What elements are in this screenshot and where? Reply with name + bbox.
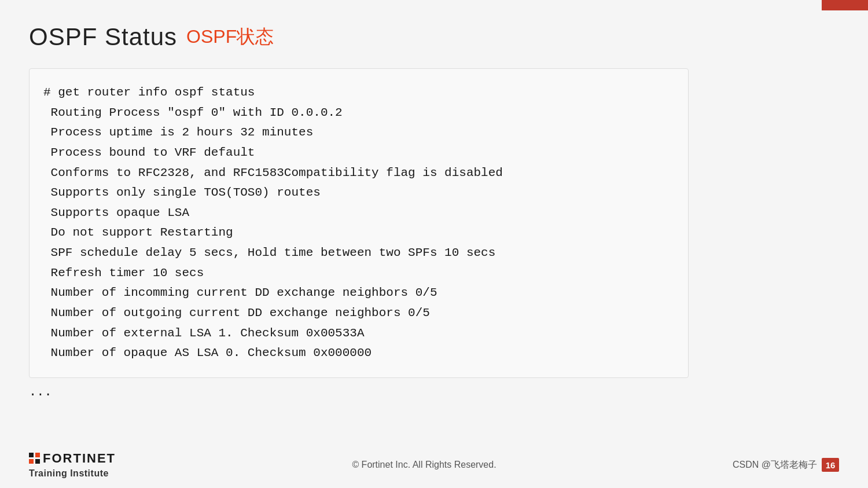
page-number-badge: 16 — [822, 458, 839, 472]
code-line-0: # get router info ospf status — [43, 83, 672, 103]
code-line-3: Process bound to VRF default — [43, 143, 672, 163]
footer-copyright: © Fortinet Inc. All Rights Reserved. — [352, 460, 496, 470]
code-line-13: Number of opaque AS LSA 0. Checksum 0x00… — [43, 343, 672, 364]
title-chinese: OSPF状态 — [186, 24, 274, 50]
training-institute-label: Training Institute — [29, 468, 116, 479]
code-line-5: Supports only single TOS(TOS0) routes — [43, 183, 672, 203]
code-line-1: Routing Process "ospf 0" with ID 0.0.0.2 — [43, 103, 672, 123]
footer-left: FORTINET Training Institute — [29, 451, 116, 479]
code-line-9: Refresh timer 10 secs — [43, 263, 672, 284]
code-line-7: Do not support Restarting — [43, 223, 672, 243]
code-block: # get router info ospf status Routing Pr… — [29, 68, 689, 378]
code-ellipsis: ... — [29, 385, 839, 399]
logo-squares-icon — [29, 453, 41, 464]
footer-right: CSDN @飞塔老梅子 16 — [733, 458, 839, 472]
code-line-6: Supports opaque LSA — [43, 203, 672, 223]
fortinet-logo: FORTINET — [29, 451, 116, 466]
top-bar-decoration — [822, 0, 868, 10]
code-lines: # get router info ospf status Routing Pr… — [43, 83, 672, 364]
page-content: OSPF Status OSPF状态 # get router info osp… — [0, 0, 868, 417]
code-line-8: SPF schedule delay 5 secs, Hold time bet… — [43, 243, 672, 263]
logo-sq-2 — [35, 453, 40, 457]
logo-sq-3 — [29, 459, 34, 464]
logo-text: FORTINET — [43, 451, 116, 466]
code-line-11: Number of outgoing current DD exchange n… — [43, 303, 672, 324]
page-title-block: OSPF Status OSPF状态 — [29, 23, 839, 51]
watermark-text: CSDN @飞塔老梅子 — [733, 459, 817, 471]
code-line-4: Conforms to RFC2328, and RFC1583Compatib… — [43, 163, 672, 184]
footer: FORTINET Training Institute © Fortinet I… — [0, 442, 868, 488]
code-line-10: Number of incomming current DD exchange … — [43, 283, 672, 303]
title-main: OSPF Status — [29, 23, 177, 51]
logo-sq-1 — [29, 453, 34, 457]
code-line-12: Number of external LSA 1. Checksum 0x005… — [43, 324, 672, 344]
logo-sq-4 — [35, 459, 40, 464]
code-line-2: Process uptime is 2 hours 32 minutes — [43, 123, 672, 143]
